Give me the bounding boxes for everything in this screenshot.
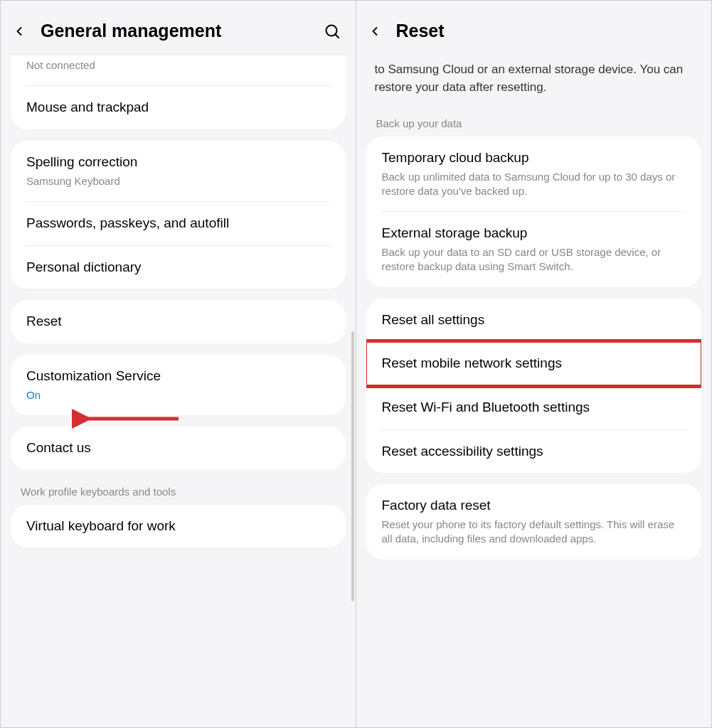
item-sub: Back up unlimited data to Samsung Cloud … <box>382 170 686 199</box>
item-passwords-passkeys-autofill[interactable]: Passwords, passkeys, and autofill <box>11 202 346 245</box>
item-reset-all-settings[interactable]: Reset all settings <box>366 299 702 342</box>
item-title: Factory data reset <box>382 497 686 515</box>
item-sub: Not connected <box>26 58 330 73</box>
item-sub: Reset your phone to its factory default … <box>382 518 686 547</box>
card-backup: Temporary cloud backup Back up unlimited… <box>366 136 702 287</box>
item-virtual-keyboard-work[interactable]: Virtual keyboard for work <box>11 505 346 548</box>
card-keyboard: Spelling correction Samsung Keyboard Pas… <box>11 141 346 289</box>
item-contact-us[interactable]: Contact us <box>11 427 346 470</box>
item-sub: On <box>26 388 330 402</box>
back-icon[interactable] <box>11 23 28 40</box>
item-personal-dictionary[interactable]: Personal dictionary <box>11 246 346 289</box>
card-contact: Contact us <box>11 427 346 470</box>
item-customization-service[interactable]: Customization Service On <box>11 355 346 415</box>
item-spelling-correction[interactable]: Spelling correction Samsung Keyboard <box>11 141 346 201</box>
page-title: Reset <box>396 21 698 41</box>
scroll-indicator[interactable] <box>351 331 354 601</box>
card-work-keyboard: Virtual keyboard for work <box>11 505 346 548</box>
item-reset[interactable]: Reset <box>11 300 346 343</box>
item-title: Reset all settings <box>382 311 686 329</box>
card-connection: Not connected Mouse and trackpad <box>11 55 346 129</box>
item-external-storage-backup[interactable]: External storage backup Back up your dat… <box>366 212 702 287</box>
intro-text: to Samsung Cloud or an external storage … <box>356 61 712 113</box>
item-reset-accessibility-settings[interactable]: Reset accessibility settings <box>366 430 702 473</box>
item-title: Customization Service <box>26 368 330 385</box>
general-management-panel: General management Not connected Mouse a… <box>1 1 356 727</box>
item-title: External storage backup <box>382 225 686 242</box>
item-sub: Samsung Keyboard <box>26 174 330 188</box>
item-reset-mobile-network-settings[interactable]: Reset mobile network settings <box>366 339 702 388</box>
svg-line-1 <box>335 34 339 38</box>
header: Reset <box>356 1 712 61</box>
item-temporary-cloud-backup[interactable]: Temporary cloud backup Back up unlimited… <box>366 136 702 211</box>
item-title: Mouse and trackpad <box>26 99 330 117</box>
item-factory-data-reset[interactable]: Factory data reset Reset your phone to i… <box>366 484 702 559</box>
item-title: Reset accessibility settings <box>382 443 686 461</box>
item-title: Reset Wi-Fi and Bluetooth settings <box>382 399 686 417</box>
item-reset-wifi-bluetooth-settings[interactable]: Reset Wi-Fi and Bluetooth settings <box>366 386 702 429</box>
item-title: Personal dictionary <box>26 259 330 277</box>
reset-panel: Reset to Samsung Cloud or an external st… <box>356 1 712 727</box>
item-title: Reset <box>26 313 330 331</box>
item-title: Reset mobile network settings <box>382 355 686 373</box>
back-icon[interactable] <box>366 23 383 40</box>
card-reset-options: Reset all settings Reset mobile network … <box>366 299 702 473</box>
section-header-backup: Back up your data <box>356 113 712 136</box>
card-factory-reset: Factory data reset Reset your phone to i… <box>366 484 702 559</box>
card-customization: Customization Service On <box>11 355 346 415</box>
item-title: Spelling correction <box>26 154 330 171</box>
item-title: Temporary cloud backup <box>382 149 686 167</box>
item-title: Virtual keyboard for work <box>26 518 330 535</box>
item-title: Passwords, passkeys, and autofill <box>26 215 330 232</box>
section-header-work-profile: Work profile keyboards and tools <box>1 481 356 505</box>
page-title: General management <box>41 21 310 41</box>
item-title: Contact us <box>26 439 330 457</box>
header: General management <box>1 1 356 61</box>
item-mouse-trackpad[interactable]: Mouse and trackpad <box>11 86 346 129</box>
search-icon[interactable] <box>323 22 341 41</box>
item-not-connected[interactable]: Not connected <box>11 58 346 85</box>
card-reset: Reset <box>11 300 346 343</box>
item-sub: Back up your data to an SD card or USB s… <box>382 245 686 274</box>
